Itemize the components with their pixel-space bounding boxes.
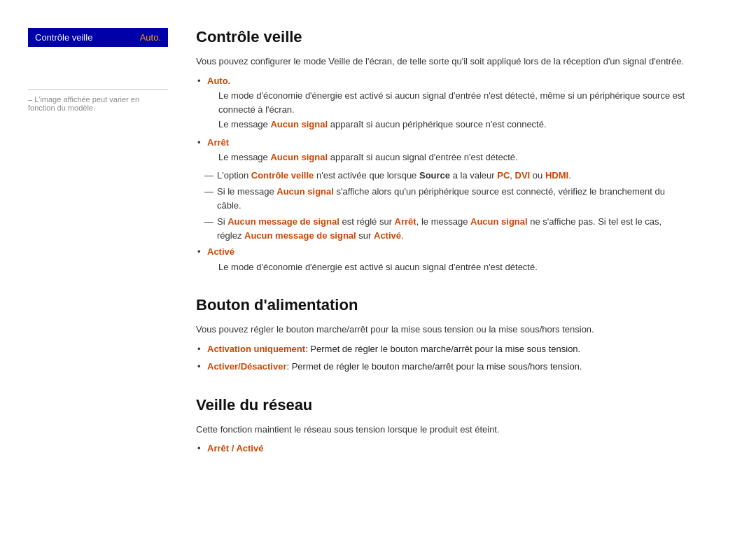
- source-inline: Source: [419, 170, 450, 181]
- bullet-arret: Arrêt Le message Aucun signal apparaît s…: [196, 136, 686, 164]
- veille-reseau-list: Arrêt / Activé: [196, 442, 686, 456]
- sidebar-item-label: Contrôle veille: [35, 32, 92, 43]
- controle-veille-list-2: Activé Le mode d'économie d'énergie est …: [196, 245, 686, 274]
- bullet-active: Activé Le mode d'économie d'énergie est …: [196, 245, 686, 274]
- bullet-active-label: Activé: [207, 246, 234, 257]
- dash-item-2: Si le message Aucun signal s'affiche alo…: [196, 185, 686, 212]
- controle-veille-title: Contrôle veille: [196, 28, 686, 46]
- bullet-active-desc: Le mode d'économie d'énergie est activé …: [207, 260, 686, 274]
- veille-reseau-title: Veille du réseau: [196, 396, 686, 414]
- arret-inline-1: Arrêt: [395, 216, 416, 227]
- veille-reseau-intro: Cette fonction maintient le réseau sous …: [196, 423, 686, 437]
- bouton-alimentation-intro: Vous pouvez régler le bouton marche/arrê…: [196, 323, 686, 337]
- bouton-alimentation-title: Bouton d'alimentation: [196, 296, 686, 314]
- section-bouton-alimentation: Bouton d'alimentation Vous pouvez régler…: [196, 296, 686, 374]
- bouton-alimentation-list: Activation uniquement: Permet de régler …: [196, 342, 686, 374]
- bullet-activer-desactiver: Activer/Désactiver: Permet de régler le …: [196, 360, 686, 374]
- controle-veille-intro: Vous pouvez configurer le mode Veille de…: [196, 55, 686, 69]
- main-content: Contrôle veille Vous pouvez configurer l…: [182, 28, 728, 478]
- section-veille-reseau: Veille du réseau Cette fonction maintien…: [196, 396, 686, 456]
- bullet-activation-uniquement: Activation uniquement: Permet de régler …: [196, 342, 686, 356]
- bullet-auto-desc2: Le message Aucun signal apparaît si aucu…: [207, 118, 686, 132]
- bullet-arret-label: Arrêt: [207, 137, 229, 148]
- aucun-signal-2: Aucun signal: [270, 152, 328, 162]
- controle-veille-inline: Contrôle veille: [251, 170, 314, 181]
- dash-item-1: L'option Contrôle veille n'est activée q…: [196, 169, 686, 183]
- activer-desactiver-desc: : Permet de régler le bouton marche/arrê…: [286, 361, 582, 372]
- controle-veille-list: Auto. Le mode d'économie d'énergie est a…: [196, 74, 686, 164]
- dash-item-3: Si Aucun message de signal est réglé sur…: [196, 215, 686, 242]
- bullet-auto-label: Auto.: [207, 76, 230, 86]
- activer-desactiver-label: Activer/Désactiver: [207, 361, 286, 372]
- sidebar: Contrôle veille Auto. – L'image affichée…: [0, 28, 182, 478]
- dvi-inline: DVI: [515, 170, 531, 181]
- aucun-signal-4: Aucun signal: [470, 216, 528, 227]
- bullet-auto-desc1: Le mode d'économie d'énergie est activé …: [207, 89, 686, 116]
- aucun-message-signal-1: Aucun message de signal: [227, 216, 340, 227]
- aucun-signal-3: Aucun signal: [276, 186, 334, 197]
- section-controle-veille: Contrôle veille Vous pouvez configurer l…: [196, 28, 686, 274]
- pc-inline: PC: [497, 170, 510, 181]
- sidebar-note: – L'image affichée peut varier en foncti…: [28, 95, 168, 112]
- activation-uniquement-label: Activation uniquement: [207, 344, 305, 354]
- bullet-arret-active: Arrêt / Activé: [196, 442, 686, 456]
- aucun-signal-1: Aucun signal: [270, 119, 328, 129]
- sidebar-menu-item[interactable]: Contrôle veille Auto.: [28, 28, 168, 47]
- sidebar-item-value: Auto.: [140, 32, 161, 43]
- activation-uniquement-desc: : Permet de régler le bouton marche/arrê…: [305, 344, 580, 354]
- active-inline: Activé: [374, 230, 401, 241]
- bullet-auto: Auto. Le mode d'économie d'énergie est a…: [196, 74, 686, 132]
- bullet-arret-desc: Le message Aucun signal apparaît si aucu…: [207, 150, 686, 164]
- aucun-message-signal-2: Aucun message de signal: [244, 230, 356, 241]
- veille-reseau-bullet-label: Arrêt / Activé: [207, 443, 263, 454]
- sidebar-divider: [28, 89, 168, 90]
- hdmi-inline: HDMI: [545, 170, 568, 181]
